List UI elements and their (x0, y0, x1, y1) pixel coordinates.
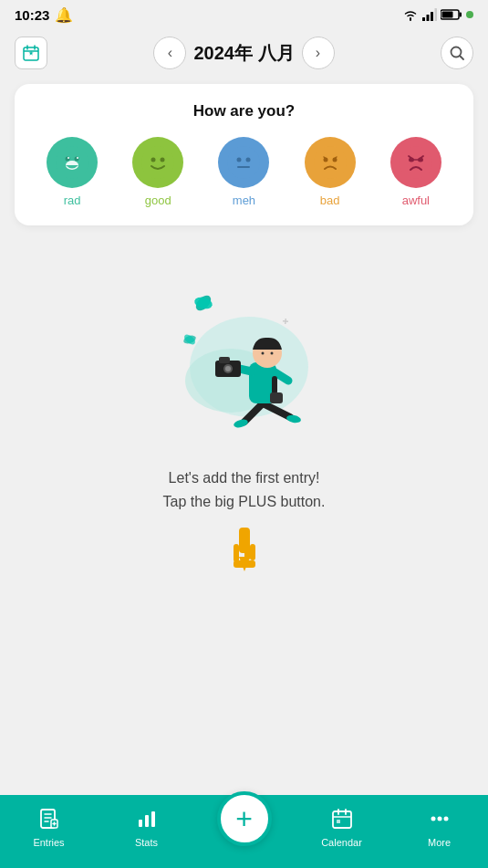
svg-point-21 (151, 158, 156, 162)
nav-more[interactable]: More (412, 808, 467, 848)
svg-rect-6 (460, 13, 462, 17)
bottom-nav: Entries Stats + Calendar (0, 795, 488, 868)
calendar-label: Calendar (321, 837, 362, 848)
next-month-button[interactable]: › (302, 37, 335, 69)
svg-rect-50 (219, 357, 230, 363)
good-label: good (145, 193, 171, 207)
svg-rect-59 (234, 544, 239, 562)
nav-calendar[interactable]: Calendar (315, 808, 369, 848)
meh-emoji (227, 146, 260, 179)
awful-emoji (400, 146, 432, 179)
chevron-left-icon: ‹ (168, 45, 172, 61)
search-button[interactable] (441, 37, 473, 69)
mood-bad[interactable]: bad (305, 137, 356, 207)
search-icon (449, 45, 465, 61)
rad-face (47, 137, 98, 188)
svg-point-17 (75, 157, 79, 162)
plus-icon: + (235, 804, 253, 833)
svg-rect-73 (151, 811, 155, 827)
svg-rect-57 (270, 392, 283, 403)
svg-point-81 (443, 817, 448, 821)
mood-meh[interactable]: meh (218, 137, 269, 207)
more-icon (429, 808, 451, 833)
nav-stats[interactable]: Stats (119, 808, 174, 848)
prev-month-button[interactable]: ‹ (153, 37, 186, 69)
stats-icon (136, 808, 158, 833)
svg-point-26 (246, 158, 251, 162)
svg-point-52 (225, 366, 231, 371)
photographer-illustration (153, 262, 336, 444)
illustration (153, 262, 336, 444)
svg-rect-3 (435, 8, 438, 21)
meh-face (218, 137, 269, 188)
svg-point-22 (161, 158, 165, 162)
status-right-icons (402, 8, 473, 21)
calendar-star-icon (22, 44, 40, 62)
nav-entries[interactable]: Entries (22, 808, 77, 848)
svg-rect-60 (250, 544, 255, 560)
star-button[interactable] (15, 37, 47, 69)
svg-point-79 (431, 817, 435, 821)
mood-good[interactable]: good (132, 137, 183, 207)
chevron-right-icon: › (316, 45, 320, 61)
empty-state-text: Let's add the first entry! Tap the big P… (163, 466, 326, 513)
battery-icon (441, 8, 462, 21)
svg-point-20 (141, 146, 174, 179)
svg-rect-2 (431, 12, 433, 21)
rad-emoji (56, 146, 88, 179)
svg-line-41 (285, 319, 286, 324)
meh-label: meh (233, 193, 255, 207)
stats-label: Stats (135, 837, 158, 848)
empty-state: Let's add the first entry! Tap the big P… (0, 244, 488, 600)
mood-options: rad good meh (29, 137, 459, 207)
status-bar: 10:23 🔔 (0, 0, 488, 29)
svg-line-13 (461, 57, 464, 60)
mood-awful[interactable]: awful (390, 137, 441, 207)
svg-point-80 (437, 817, 441, 821)
svg-point-19 (77, 157, 78, 159)
svg-rect-71 (139, 820, 142, 827)
svg-rect-78 (337, 820, 340, 823)
svg-point-25 (237, 158, 242, 162)
svg-rect-74 (333, 811, 351, 828)
svg-point-16 (66, 157, 70, 162)
good-face (132, 137, 183, 188)
svg-rect-1 (427, 15, 430, 21)
entries-icon (38, 808, 60, 833)
pointer-arrow (226, 528, 263, 573)
awful-label: awful (402, 193, 430, 207)
svg-rect-5 (442, 12, 453, 18)
bad-face (305, 137, 356, 188)
svg-point-27 (314, 146, 347, 179)
entries-label: Entries (33, 837, 64, 848)
svg-point-18 (67, 157, 69, 159)
svg-point-30 (400, 146, 432, 179)
mood-card: How are you? rad (15, 84, 473, 225)
svg-rect-0 (422, 17, 425, 21)
mood-rad[interactable]: rad (47, 137, 98, 207)
rad-label: rad (64, 193, 81, 207)
svg-rect-72 (145, 815, 149, 827)
more-label: More (428, 837, 451, 848)
header: ‹ 2024年 八月 › (0, 29, 488, 77)
status-time: 10:23 (15, 7, 49, 23)
bad-label: bad (320, 193, 340, 207)
arrow-down-icon (226, 528, 263, 581)
svg-rect-56 (272, 376, 277, 394)
add-entry-fab[interactable]: + (217, 791, 272, 846)
mood-question: How are you? (29, 102, 459, 120)
awful-face (390, 137, 441, 188)
svg-point-23 (227, 146, 260, 179)
notification-bell-icon: 🔔 (55, 6, 73, 24)
bad-emoji (314, 146, 347, 179)
status-dot (466, 11, 473, 18)
calendar-icon (331, 808, 353, 833)
good-emoji (141, 146, 174, 179)
svg-point-12 (452, 47, 462, 58)
signal-icon (422, 8, 437, 21)
wifi-icon (402, 8, 419, 21)
month-title: 2024年 八月 (193, 41, 294, 66)
svg-point-55 (270, 352, 273, 355)
svg-point-54 (261, 352, 264, 355)
